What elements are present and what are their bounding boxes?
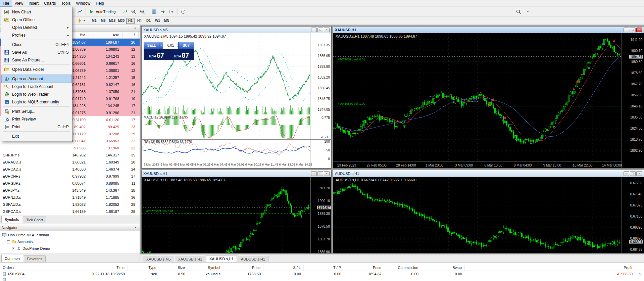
time-axis[interactable]: 6 Mar 20236 Mar 03:456 Mar 05:056 Mar 06… <box>142 161 310 168</box>
file-menu-item-print[interactable]: Print...Ctrl+P <box>2 123 71 131</box>
market-watch-row[interactable]: EURGBP.s0.880740.8808511 <box>0 180 140 187</box>
auto-scroll-button[interactable] <box>158 8 167 16</box>
timeframe-m15[interactable]: M15 <box>108 18 116 24</box>
restore-button[interactable]: □ <box>630 171 636 176</box>
menu-insert[interactable]: Insert <box>26 0 41 6</box>
market-watch-row[interactable]: GBPCAD.s1.661591.6618728 <box>0 208 140 215</box>
buy-button[interactable]: BUY <box>178 42 194 49</box>
market-watch-row[interactable]: CHFJPY.s146.282146.31735 <box>0 151 140 158</box>
pane-separator[interactable] <box>142 139 331 140</box>
market-watch-row[interactable]: EURCHF.s0.979820.9799917 <box>0 173 140 180</box>
order-row[interactable]: 650198042022.11.18 10:38:50sell0.50xauus… <box>0 271 644 277</box>
price-axis[interactable]: 0.677600.675400.673250.671050.668900.666… <box>622 177 644 253</box>
close-button[interactable]: × <box>324 28 330 32</box>
file-menu-item-save-as-picture[interactable]: Save As Picture... <box>2 56 71 64</box>
file-menu-item-login-to-mql5-community[interactable]: MLogin to MQL5.community <box>2 98 71 106</box>
close-button[interactable]: × <box>636 171 642 176</box>
file-menu-item-profiles[interactable]: Profiles▸ <box>2 31 71 39</box>
market-watch-row[interactable]: EURAUD.s1.603211.6034928 <box>0 158 140 166</box>
nav-item-doo-prime-mt4-terminal[interactable]: Doo Prime MT4 Terminal <box>0 232 140 238</box>
symbol-quick-button[interactable]: ▾ <box>75 17 87 25</box>
market-watch-row[interactable]: EURCAD.s1.463501.4637424 <box>0 166 140 173</box>
file-menu-item-close[interactable]: CloseCtrl+F4 <box>2 41 71 48</box>
terminal-column-swap[interactable]: Swap <box>421 265 465 271</box>
file-menu-item-login-to-trade-account[interactable]: Login to Trade Account <box>2 83 71 90</box>
terminal-column-price[interactable]: Price <box>223 265 263 271</box>
file-menu-item-login-to-web-trader[interactable]: Login to Web Trader <box>2 90 71 98</box>
restore-button[interactable]: □ <box>317 28 323 32</box>
nav-item-accounts[interactable]: −Accounts <box>0 238 140 245</box>
chart-tab-xauusd-s-h1-1[interactable]: XAUUSD.s,H1 <box>175 256 206 262</box>
minimize-button[interactable]: — <box>624 171 629 176</box>
sell-button[interactable]: SELL <box>144 42 159 49</box>
mw-column-ask[interactable]: Ask <box>89 32 122 38</box>
toolbar-options-button[interactable]: ▾ <box>526 8 530 16</box>
tab-symbols[interactable]: Symbols <box>1 216 22 223</box>
expand-icon[interactable]: + <box>12 247 15 250</box>
terminal-column-symbol[interactable]: Symbol <box>188 265 223 271</box>
market-watch-close-icon[interactable]: ✕ <box>133 26 138 30</box>
timeframe-d1[interactable]: D1 <box>144 18 153 24</box>
zoom-in-button[interactable] <box>129 8 138 16</box>
navigator-close-icon[interactable]: ✕ <box>133 225 138 230</box>
menu-charts[interactable]: Charts <box>41 0 58 6</box>
autotrading-button[interactable]: AutoTrading <box>87 8 117 16</box>
close-button[interactable]: × <box>324 171 330 176</box>
tab-favorites[interactable]: Favorites <box>24 255 46 262</box>
zoom-out-button[interactable] <box>138 8 147 16</box>
collapse-icon[interactable]: − <box>7 240 10 243</box>
price-axis[interactable]: 1911.201900.101889.301878.501867.701856.… <box>310 177 331 253</box>
order-row-partial[interactable] <box>0 277 644 281</box>
timeframe-m1[interactable]: M1 <box>90 18 98 24</box>
chart-tab-xauusd-s-m5-0[interactable]: XAUUSD.s,M5 <box>143 256 174 262</box>
minimize-button[interactable]: — <box>311 28 317 32</box>
pane-separator[interactable] <box>142 161 331 161</box>
file-menu-item-open-an-account[interactable]: Open an Account <box>2 75 71 83</box>
minimize-button[interactable]: — <box>311 171 317 176</box>
file-menu-item-new-chart[interactable]: New Chart <box>2 8 71 16</box>
chart-titlebar[interactable]: XAUUSD,H1—□× <box>333 27 644 33</box>
chart-titlebar[interactable]: AUDUSD.s,H1—□× <box>333 170 644 177</box>
price-axis[interactable]: 1911.201900.101889.301878.501867.701856.… <box>622 33 644 168</box>
file-menu-item-print-preview[interactable]: Print Preview <box>2 115 71 123</box>
chart-titlebar[interactable]: XAUUSD.s,M5—□× <box>142 27 331 33</box>
spinner-down-icon[interactable]: ▼ <box>177 46 178 48</box>
timeframe-m5[interactable]: M5 <box>99 18 107 24</box>
minimize-button[interactable]: — <box>624 28 629 32</box>
terminal-column-type[interactable]: Type <box>128 265 159 271</box>
menu-window[interactable]: Window <box>73 0 93 6</box>
file-menu-item-print-setup[interactable]: Print Setup... <box>2 107 71 115</box>
terminal-column-size[interactable]: Size <box>159 265 188 271</box>
volume-spinner[interactable]: ▲▼ <box>177 43 178 48</box>
file-menu-item-open-offline[interactable]: Open Offline <box>2 16 71 24</box>
tile-windows-button[interactable] <box>150 8 158 16</box>
tab-common[interactable]: Common <box>1 255 23 262</box>
chart-shift-button[interactable] <box>167 8 176 16</box>
chart-tab-xauusd-s-h1-2[interactable]: XAUUSD.s,H1 <box>206 255 237 262</box>
time-axis[interactable]: 23 Feb 202327 Feb 05:0028 Feb 14:001 Mar… <box>333 161 622 168</box>
market-watch-row[interactable]: 97.93897.96022 <box>0 144 140 151</box>
terminal-column-price[interactable]: Price <box>344 265 384 271</box>
menu-tools[interactable]: Tools <box>59 0 73 6</box>
indicators-button[interactable] <box>120 8 129 16</box>
file-menu-item-open-data-folder[interactable]: Open Data Folder <box>2 65 71 73</box>
market-watch-row[interactable]: EURJPY.s143.349143.36718 <box>0 187 140 194</box>
menu-view[interactable]: View <box>12 0 26 6</box>
timeframe-w1[interactable]: W1 <box>153 18 162 24</box>
chart-tab-audusd-s-h1-3[interactable]: AUDUSD.s,H1 <box>238 256 268 262</box>
sell-options-caret-icon[interactable]: ▾ <box>159 42 163 49</box>
terminal-column-order[interactable]: Order / <box>0 265 50 271</box>
market-watch-row[interactable]: EURNZD.s1.718491.7188536 <box>0 194 140 201</box>
pane-separator[interactable] <box>142 115 331 115</box>
menu-file[interactable]: File <box>0 0 12 6</box>
timeframe-h4[interactable]: H4 <box>135 18 144 24</box>
terminal-column-time[interactable]: Time <box>50 265 128 271</box>
search-button[interactable] <box>514 8 523 16</box>
tab-tick-chart[interactable]: Tick Chart <box>23 217 46 223</box>
chart-line-button[interactable] <box>76 8 84 16</box>
market-watch-row[interactable]: GBPAUD.s1.820231.8205229 <box>0 201 140 208</box>
file-menu-item-save-as[interactable]: Save AsCtrl+S <box>2 48 71 56</box>
close-position-button[interactable]: ✕ <box>635 272 644 276</box>
chart-titlebar[interactable]: XAUUSD.s,H1—□× <box>142 170 331 177</box>
price-axis[interactable]: 1857.351855.651853.901852.201850.451848.… <box>310 33 331 168</box>
